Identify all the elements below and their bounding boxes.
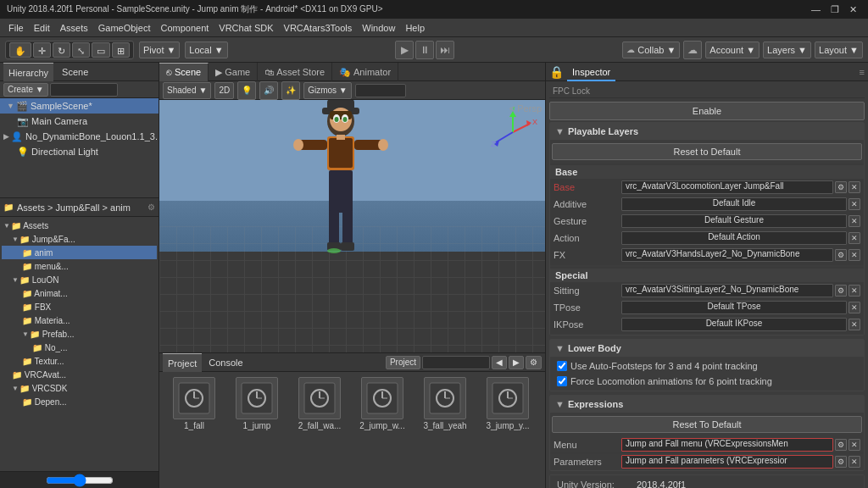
reset-to-default-btn[interactable]: Reset to Default xyxy=(552,143,862,160)
base-settings-btn[interactable]: ⚙ xyxy=(835,181,847,193)
sitting-settings-btn[interactable]: ⚙ xyxy=(835,285,847,297)
project-tree-fbx[interactable]: 📁 FBX xyxy=(2,300,157,313)
menu-settings-btn[interactable]: ⚙ xyxy=(835,439,847,451)
layers-dropdown[interactable]: Layers ▼ xyxy=(763,42,811,58)
file-1-jump[interactable]: 1_jump xyxy=(227,377,287,430)
enable-button[interactable]: Enable xyxy=(549,102,865,120)
menu-help[interactable]: Help xyxy=(400,19,430,37)
scale-tool[interactable]: ⤡ xyxy=(72,42,90,58)
menu-remove-btn[interactable]: ✕ xyxy=(849,439,860,451)
fx-remove-btn[interactable]: ✕ xyxy=(849,249,860,261)
additive-remove-btn[interactable]: ✕ xyxy=(849,198,860,210)
scene-audio-btn[interactable]: 🔊 xyxy=(259,81,278,100)
scene-light-btn[interactable]: 💡 xyxy=(237,81,256,100)
project-tree-animat[interactable]: 📁 Animat... xyxy=(2,286,157,300)
hierarchy-tab[interactable]: Hierarchy xyxy=(3,63,53,81)
scene-fx-btn[interactable]: ✨ xyxy=(281,81,300,100)
hand-tool[interactable]: ✋ xyxy=(9,42,31,58)
ikpose-value-field[interactable]: Default IKPose xyxy=(621,318,847,331)
layout-dropdown[interactable]: Layout ▼ xyxy=(815,42,863,58)
2d-toggle[interactable]: 2D xyxy=(214,82,234,99)
parameters-remove-btn[interactable]: ✕ xyxy=(849,456,860,468)
pause-button[interactable]: ⏸ xyxy=(415,41,434,59)
menu-edit[interactable]: Edit xyxy=(29,19,55,37)
rotate-tool[interactable]: ↻ xyxy=(53,42,70,58)
collab-dropdown[interactable]: ☁ Collab ▼ xyxy=(622,42,680,58)
pivot-dropdown[interactable]: Pivot ▼ xyxy=(139,42,180,58)
reset-to-default2-btn[interactable]: Reset To Default xyxy=(552,416,862,433)
tree-item-directional-light[interactable]: 💡 Directional Light xyxy=(0,144,159,159)
file-3-fall-yeah[interactable]: 3_fall_yeah xyxy=(415,377,475,430)
project-tree-assets[interactable]: ▼ 📁 Assets xyxy=(2,219,157,232)
file-2-fall-wa[interactable]: 2_fall_wa... xyxy=(290,377,349,430)
action-remove-btn[interactable]: ✕ xyxy=(849,232,860,244)
window-controls[interactable]: — ❐ ✕ xyxy=(807,4,861,15)
gesture-value-field[interactable]: Default Gesture xyxy=(621,214,847,228)
sitting-value-field[interactable]: vrc_AvatarV3SittingLayer2_No_DynamicBone xyxy=(621,284,833,297)
tree-item-main-camera[interactable]: 📷 Main Camera xyxy=(0,114,159,129)
file-2-jump-w[interactable]: 2_jump_w... xyxy=(353,377,412,430)
additive-value-field[interactable]: Default Idle xyxy=(621,197,847,211)
project-nav-forward[interactable]: ▶ xyxy=(509,356,524,369)
file-1-fall[interactable]: 1_fall xyxy=(164,377,224,430)
persp-label[interactable]: < Persp xyxy=(509,103,542,114)
menu-file[interactable]: File xyxy=(3,19,29,37)
ikpose-remove-btn[interactable]: ✕ xyxy=(849,319,860,330)
fx-value-field[interactable]: vrc_AvatarV3HandsLayer2_No_DynamicBone xyxy=(621,248,833,262)
hierarchy-search[interactable] xyxy=(50,83,118,97)
menu-assets[interactable]: Assets xyxy=(55,19,93,37)
tpose-remove-btn[interactable]: ✕ xyxy=(849,302,860,313)
menu-vrchat-sdk[interactable]: VRChat SDK xyxy=(214,19,278,37)
tab-game[interactable]: ▶ Game xyxy=(209,63,258,81)
project-tree-materia[interactable]: 📁 Materia... xyxy=(2,313,157,327)
project-tree-prefab[interactable]: ▼ 📁 Prefab... xyxy=(2,327,157,341)
expressions-header[interactable]: ▼ Expressions xyxy=(550,396,864,413)
base-value-field[interactable]: vrc_AvatarV3LocomotionLayer Jump&Fall xyxy=(621,180,833,194)
project-search[interactable] xyxy=(422,356,490,369)
force-locomotion-checkbox[interactable] xyxy=(557,376,567,386)
project-settings-btn[interactable]: ⚙ xyxy=(526,356,542,369)
tab-scene[interactable]: ⎋ Scene xyxy=(159,63,209,81)
close-btn[interactable]: ✕ xyxy=(845,4,861,15)
project-tree-louon[interactable]: ▼ 📁 LouON xyxy=(2,273,157,286)
inspector-menu-icon[interactable]: ≡ xyxy=(860,67,865,77)
base-remove-btn[interactable]: ✕ xyxy=(849,181,860,193)
menu-gameobject[interactable]: GameObject xyxy=(93,19,156,37)
gesture-remove-btn[interactable]: ✕ xyxy=(849,215,860,227)
move-tool[interactable]: ✛ xyxy=(33,42,51,58)
tpose-value-field[interactable]: Default TPose xyxy=(621,301,847,314)
multi-tool[interactable]: ⊞ xyxy=(112,42,130,58)
project-tree-anim[interactable]: 📁 anim xyxy=(2,246,157,259)
project-tree-no[interactable]: 📁 No_... xyxy=(2,341,157,354)
step-button[interactable]: ⏭ xyxy=(436,41,454,59)
menu-vrcavatars3tools[interactable]: VRCAtars3Tools xyxy=(279,19,358,37)
parameters-settings-btn[interactable]: ⚙ xyxy=(835,456,847,468)
minimize-btn[interactable]: — xyxy=(807,4,825,15)
lower-body-header[interactable]: ▼ Lower Body xyxy=(550,340,864,357)
project-tree-vrcavat[interactable]: 📁 VRCAvat... xyxy=(2,368,157,381)
fx-settings-btn[interactable]: ⚙ xyxy=(835,249,847,261)
tree-item-no-dynamic-bone[interactable]: ▶ 👤 No_DynamicBone_Louon1.1_3... xyxy=(0,129,159,144)
tab-animator[interactable]: 🎭 Animator xyxy=(332,63,398,81)
play-button[interactable]: ▶ xyxy=(395,41,414,59)
shading-dropdown[interactable]: Shaded ▼ xyxy=(163,82,211,99)
project-tree-depen[interactable]: 📁 Depen... xyxy=(2,395,157,408)
maximize-btn[interactable]: ❐ xyxy=(826,4,843,15)
parameters-value-field[interactable]: Jump and Fall parameters (VRCExpressior xyxy=(621,455,833,469)
project-create-btn[interactable]: Project xyxy=(386,356,420,369)
scene-view[interactable]: X Y Z < Persp xyxy=(159,100,545,352)
project-zoom-slider[interactable] xyxy=(46,476,114,485)
console-tab[interactable]: Console xyxy=(203,353,248,372)
project-tab[interactable]: Project xyxy=(163,353,202,372)
scene-search[interactable] xyxy=(355,84,406,97)
tree-item-samplescene[interactable]: ▼ 🎬 SampleScene* xyxy=(0,98,159,114)
menu-value-field[interactable]: Jump and Fall menu (VRCExpressionsMen xyxy=(621,438,833,452)
hierarchy-create-btn[interactable]: Create ▼ xyxy=(3,83,48,97)
project-nav-back[interactable]: ◀ xyxy=(492,356,507,369)
rect-tool[interactable]: ▭ xyxy=(92,42,110,58)
project-tree-jumpfall[interactable]: ▼ 📁 Jump&Fa... xyxy=(2,232,157,246)
action-value-field[interactable]: Default Action xyxy=(621,231,847,245)
gizmos-dropdown[interactable]: Gizmos ▼ xyxy=(303,82,352,99)
inspector-tab[interactable]: Inspector xyxy=(567,63,615,81)
scene-tab-hier[interactable]: Scene xyxy=(57,63,93,81)
